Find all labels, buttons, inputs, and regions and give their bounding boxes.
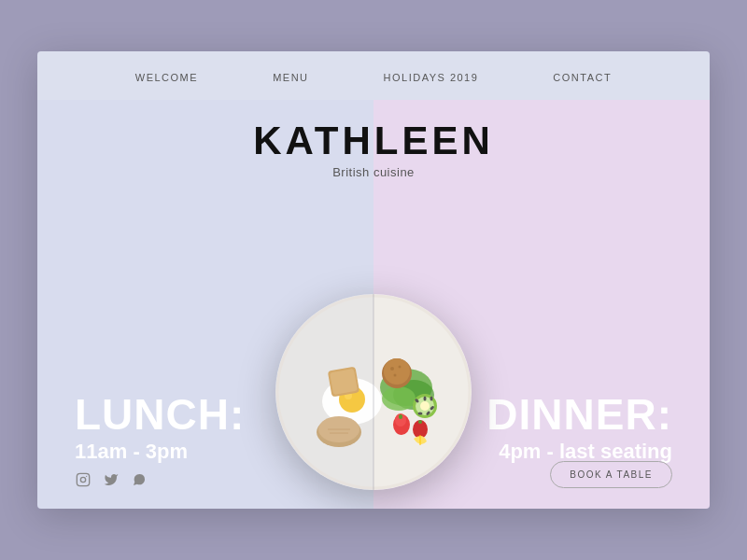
instagram-icon[interactable] (75, 471, 92, 488)
hero-section: LUNCH: 11am - 3pm DINNER: 4pm - last sea… (37, 100, 710, 509)
svg-rect-35 (77, 473, 89, 485)
svg-point-31 (394, 374, 397, 377)
main-container: WELCOME MENU HOLIDAYS 2019 CONTACT LUNCH… (37, 51, 710, 509)
nav-contact[interactable]: CONTACT (553, 72, 612, 83)
social-icons (75, 471, 148, 488)
svg-rect-9 (330, 369, 358, 395)
svg-point-37 (86, 476, 87, 477)
svg-point-23 (418, 413, 423, 415)
dinner-label: DINNER: (486, 393, 672, 436)
nav-menu[interactable]: MENU (273, 72, 308, 83)
svg-point-30 (399, 366, 402, 369)
svg-point-28 (384, 358, 410, 385)
navigation: WELCOME MENU HOLIDAYS 2019 CONTACT (37, 51, 710, 100)
svg-point-29 (390, 367, 394, 371)
book-table-button[interactable]: BOOK A TABLE (550, 461, 672, 488)
svg-point-25 (430, 397, 433, 401)
svg-point-36 (80, 477, 85, 482)
svg-point-20 (420, 401, 430, 411)
twitter-icon[interactable] (103, 471, 120, 488)
nav-holidays[interactable]: HOLIDAYS 2019 (384, 72, 479, 83)
plate-image (275, 294, 472, 490)
svg-point-12 (382, 386, 416, 411)
nav-welcome[interactable]: WELCOME (135, 72, 198, 83)
svg-rect-17 (418, 420, 422, 424)
whatsapp-icon[interactable] (131, 471, 148, 488)
svg-rect-15 (399, 414, 402, 419)
svg-point-21 (424, 397, 427, 401)
